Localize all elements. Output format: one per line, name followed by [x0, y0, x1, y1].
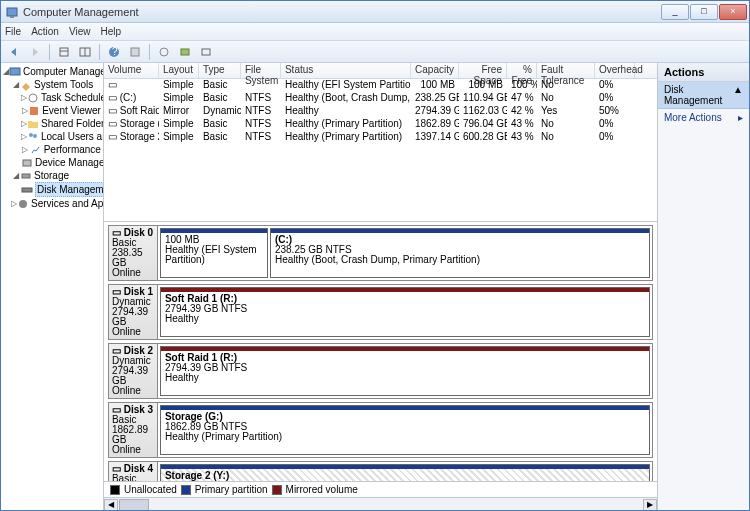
legend-swatch-mirror [272, 485, 282, 495]
col-capacity[interactable]: Capacity [411, 63, 459, 78]
tree-shared-folders[interactable]: Shared Folders [41, 117, 104, 130]
col-overhead[interactable]: Overhead [595, 63, 635, 78]
svg-point-7 [160, 48, 168, 56]
col-layout[interactable]: Layout [159, 63, 199, 78]
disk-info[interactable]: ▭ Disk 0Basic238.35 GBOnline [108, 225, 158, 281]
partition[interactable]: Soft Raid 1 (R:)2794.39 GB NTFSHealthy [160, 287, 650, 337]
svg-rect-15 [23, 160, 31, 166]
close-button[interactable]: × [719, 4, 747, 20]
menu-file[interactable]: File [5, 26, 21, 37]
disk-row[interactable]: ▭ Disk 1Dynamic2794.39 GBOnlineSoft Raid… [108, 284, 653, 340]
scheduler-icon [27, 92, 39, 104]
legend-swatch-unallocated [110, 485, 120, 495]
back-button[interactable] [5, 43, 23, 61]
minimize-button[interactable]: _ [661, 4, 689, 20]
volume-row[interactable]: ▭ (C:)SimpleBasicNTFSHealthy (Boot, Cras… [104, 92, 657, 105]
actions-selection[interactable]: Disk Management▲ [658, 82, 749, 109]
svg-point-13 [29, 133, 33, 137]
toolbar-icon[interactable] [55, 43, 73, 61]
tools-icon [20, 79, 32, 91]
volume-row[interactable]: ▭ SimpleBasicHealthy (EFI System Partiti… [104, 79, 657, 92]
menu-view[interactable]: View [69, 26, 91, 37]
legend: Unallocated Primary partition Mirrored v… [104, 481, 657, 497]
scroll-thumb[interactable] [119, 499, 149, 511]
legend-mirror: Mirrored volume [286, 484, 358, 495]
disk-row[interactable]: ▭ Disk 0Basic238.35 GBOnline100 MBHealth… [108, 225, 653, 281]
volume-list[interactable]: Volume Layout Type File System Status Ca… [104, 63, 657, 221]
col-type[interactable]: Type [199, 63, 241, 78]
horizontal-scrollbar[interactable]: ◀ ▶ [104, 497, 657, 511]
col-pctfree[interactable]: % Free [507, 63, 537, 78]
volume-row[interactable]: ▭ Soft Raid 1 (R:)MirrorDynamicNTFSHealt… [104, 105, 657, 118]
toolbar-icon[interactable] [197, 43, 215, 61]
disk-info[interactable]: ▭ Disk 1Dynamic2794.39 GBOnline [108, 284, 158, 340]
disk-row[interactable]: ▭ Disk 3Basic1862.89 GBOnlineStorage (G:… [108, 402, 653, 458]
partition[interactable]: Storage (G:)1862.89 GB NTFSHealthy (Prim… [160, 405, 650, 455]
scroll-left-button[interactable]: ◀ [104, 499, 118, 511]
tree-device-manager[interactable]: Device Manager [35, 156, 104, 169]
actions-more[interactable]: More Actions▸ [658, 109, 749, 126]
tree-storage[interactable]: Storage [34, 169, 69, 182]
device-icon [21, 157, 33, 169]
actions-pane: Actions Disk Management▲ More Actions▸ [658, 63, 749, 511]
partition[interactable]: Storage 2 (Y:)1397.14 GB NTFSHealthy (Pr… [160, 464, 650, 481]
menu-action[interactable]: Action [31, 26, 59, 37]
chevron-right-icon: ▸ [738, 112, 743, 123]
navigation-tree[interactable]: ◢Computer Management (Local ◢System Tool… [1, 63, 104, 511]
app-icon [5, 5, 19, 19]
svg-rect-1 [10, 16, 14, 18]
disk-partitions: 100 MBHealthy (EFI System Partition)(C:)… [158, 225, 653, 281]
svg-rect-16 [22, 174, 30, 178]
actions-header: Actions [658, 63, 749, 82]
tree-disk-management[interactable]: Disk Management [35, 182, 104, 197]
disk-partitions: Soft Raid 1 (R:)2794.39 GB NTFSHealthy [158, 343, 653, 399]
disk-info[interactable]: ▭ Disk 2Dynamic2794.39 GBOnline [108, 343, 158, 399]
help-button[interactable]: ? [105, 43, 123, 61]
svg-point-14 [33, 134, 37, 138]
col-fault[interactable]: Fault Tolerance [537, 63, 595, 78]
title-bar: Computer Management _ □ × [1, 1, 749, 23]
tree-local-users[interactable]: Local Users and Groups [41, 130, 104, 143]
disk-row[interactable]: ▭ Disk 4Basic1397.14 GBOnlineStorage 2 (… [108, 461, 653, 481]
disk-row[interactable]: ▭ Disk 2Dynamic2794.39 GBOnlineSoft Raid… [108, 343, 653, 399]
svg-rect-0 [7, 8, 17, 16]
tree-performance[interactable]: Performance [44, 143, 101, 156]
svg-text:?: ? [112, 46, 118, 57]
disk-icon [21, 184, 33, 196]
col-volume[interactable]: Volume [104, 63, 159, 78]
tree-root[interactable]: Computer Management (Local [23, 65, 104, 78]
scroll-right-button[interactable]: ▶ [643, 499, 657, 511]
tree-system-tools[interactable]: System Tools [34, 78, 93, 91]
toolbar-icon[interactable] [176, 43, 194, 61]
volume-row[interactable]: ▭ Storage 2 (Y:)SimpleBasicNTFSHealthy (… [104, 131, 657, 144]
toolbar-icon[interactable] [155, 43, 173, 61]
legend-swatch-primary [181, 485, 191, 495]
maximize-button[interactable]: □ [690, 4, 718, 20]
disk-partitions: Storage 2 (Y:)1397.14 GB NTFSHealthy (Pr… [158, 461, 653, 481]
partition[interactable]: 100 MBHealthy (EFI System Partition) [160, 228, 268, 278]
menu-help[interactable]: Help [100, 26, 121, 37]
volume-list-header[interactable]: Volume Layout Type File System Status Ca… [104, 63, 657, 79]
partition[interactable]: Soft Raid 1 (R:)2794.39 GB NTFSHealthy [160, 346, 650, 396]
col-status[interactable]: Status [281, 63, 411, 78]
svg-rect-12 [30, 107, 38, 115]
chevron-up-icon: ▲ [733, 84, 743, 106]
disk-info[interactable]: ▭ Disk 3Basic1862.89 GBOnline [108, 402, 158, 458]
tree-services[interactable]: Services and Applications [31, 197, 104, 210]
window-title: Computer Management [23, 6, 661, 18]
volume-row[interactable]: ▭ Storage (G:)SimpleBasicNTFSHealthy (Pr… [104, 118, 657, 131]
col-freespace[interactable]: Free Space [459, 63, 507, 78]
svg-point-11 [29, 94, 37, 102]
tree-event-viewer[interactable]: Event Viewer [42, 104, 101, 117]
tree-task-scheduler[interactable]: Task Scheduler [41, 91, 104, 104]
toolbar-icon[interactable] [76, 43, 94, 61]
storage-icon [20, 170, 32, 182]
disk-info[interactable]: ▭ Disk 4Basic1397.14 GBOnline [108, 461, 158, 481]
partition[interactable]: (C:)238.25 GB NTFSHealthy (Boot, Crash D… [270, 228, 650, 278]
legend-unallocated: Unallocated [124, 484, 177, 495]
disk-map[interactable]: ▭ Disk 0Basic238.35 GBOnline100 MBHealth… [104, 221, 657, 481]
forward-button[interactable] [26, 43, 44, 61]
svg-rect-17 [22, 188, 32, 192]
col-filesystem[interactable]: File System [241, 63, 281, 78]
toolbar-icon[interactable] [126, 43, 144, 61]
